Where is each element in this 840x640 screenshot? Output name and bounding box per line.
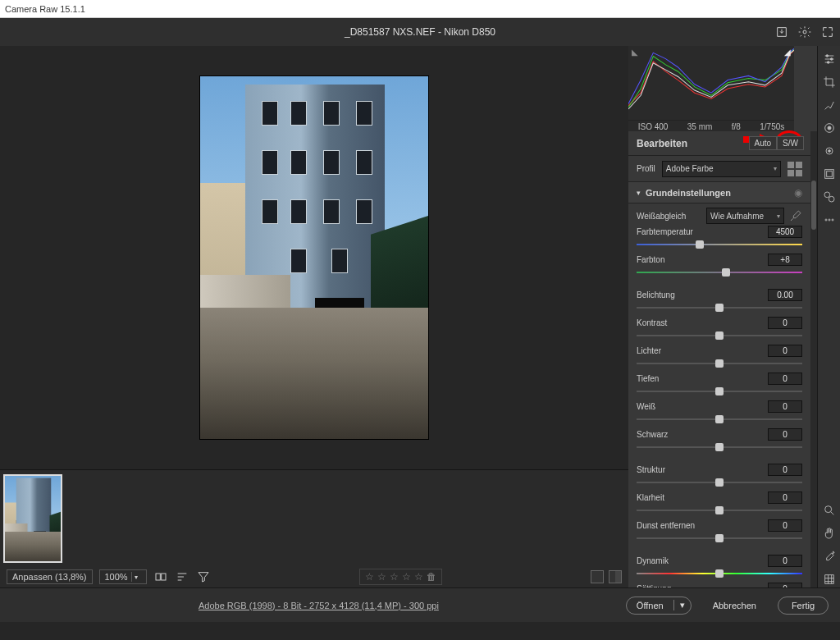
trash-icon: 🗑 (427, 571, 436, 583)
wb-label: Weißabgleich (637, 212, 706, 221)
filmstrip-thumb[interactable] (3, 474, 62, 563)
snapshots-icon[interactable] (821, 166, 838, 182)
preferences-gear-icon[interactable] (797, 25, 812, 39)
star-icon: ☆ (377, 571, 386, 583)
bw-button[interactable]: S/W (777, 136, 804, 150)
image-canvas[interactable] (0, 46, 628, 469)
rating-stars[interactable]: ☆☆☆☆☆ 🗑 (359, 569, 442, 585)
meta-focal: 35 mm (687, 122, 713, 131)
svg-point-4 (830, 58, 833, 61)
workflow-options-link[interactable]: Adobe RGB (1998) - 8 Bit - 2752 x 4128 (… (11, 601, 626, 610)
zoom-100-button[interactable]: 100%▾ (99, 569, 147, 584)
dehaze-value[interactable]: 0 (768, 519, 802, 532)
panel-scrollbar[interactable] (810, 131, 817, 587)
auto-button[interactable]: Auto (749, 136, 778, 150)
clip-shadow-icon[interactable]: ◣ (632, 48, 638, 57)
edit-panel-header: Bearbeiten Auto S/W (628, 131, 810, 156)
view-split-icon[interactable] (609, 570, 622, 583)
preview-image (199, 75, 429, 440)
color-sampler-icon[interactable] (821, 548, 838, 565)
fullscreen-icon[interactable] (820, 25, 835, 39)
svg-point-0 (803, 30, 806, 34)
more-icon[interactable] (821, 212, 838, 228)
svg-point-3 (826, 55, 829, 57)
basic-section-header[interactable]: ▾ Grundeinstellungen ◉ (628, 182, 810, 203)
highlights-value[interactable]: 0 (768, 345, 802, 357)
zoom-tool-icon[interactable] (821, 502, 838, 519)
contrast-slider[interactable] (637, 331, 802, 341)
eyedropper-icon[interactable] (789, 209, 802, 222)
dehaze-slider[interactable] (637, 533, 802, 543)
contrast-value[interactable]: 0 (768, 317, 802, 329)
clarity-slider[interactable] (637, 505, 802, 515)
clarity-label: Klarheit (637, 493, 768, 502)
svg-point-7 (828, 126, 831, 130)
redeye-icon[interactable] (821, 143, 838, 159)
tint-label: Farbton (637, 255, 768, 264)
healing-brush-icon[interactable] (821, 97, 838, 113)
highlights-slider[interactable] (637, 359, 802, 368)
clarity-value[interactable]: 0 (768, 491, 802, 504)
app-title: Camera Raw 15.1.1 (5, 4, 85, 14)
svg-point-17 (824, 506, 831, 513)
shadows-value[interactable]: 0 (768, 373, 802, 385)
temp-value[interactable]: 4500 (768, 226, 802, 238)
presets-icon[interactable] (821, 189, 838, 205)
texture-value[interactable]: 0 (768, 464, 802, 476)
exposure-value[interactable]: 0.00 (768, 289, 802, 301)
hand-tool-icon[interactable] (821, 525, 838, 542)
tint-slider[interactable] (637, 267, 802, 277)
filmstrip-toolbar: Anpassen (13,8%) 100%▾ ☆☆☆☆☆ 🗑 (0, 566, 628, 587)
whites-label: Weiß (637, 402, 768, 411)
mask-icon[interactable] (821, 120, 838, 136)
edit-sliders-icon[interactable] (821, 51, 838, 67)
sort-icon[interactable] (175, 569, 189, 584)
exposure-slider[interactable] (637, 303, 802, 313)
tool-rail (817, 46, 840, 587)
temp-label: Farbtemperatur (637, 227, 768, 236)
profile-label: Profil (637, 164, 655, 173)
svg-point-14 (825, 219, 827, 221)
temp-slider[interactable] (637, 240, 802, 249)
edit-panel: ◣ ◢ ISO 400 35 mm f/8 1/750s (628, 46, 817, 587)
filter-funnel-icon[interactable] (196, 569, 211, 584)
fit-zoom-button[interactable]: Anpassen (13,8%) (7, 569, 93, 584)
profile-select[interactable]: Adobe Farbe (662, 161, 781, 177)
exposure-label: Belichtung (637, 290, 768, 299)
view-single-icon[interactable] (591, 570, 604, 583)
wb-select[interactable]: Wie Aufnahme (706, 208, 784, 224)
shadows-slider[interactable] (637, 386, 802, 396)
blacks-slider[interactable] (637, 442, 802, 452)
profile-browser-icon[interactable] (788, 162, 802, 176)
svg-rect-11 (826, 171, 832, 177)
clip-highlight-icon[interactable]: ◢ (784, 48, 791, 57)
dehaze-label: Dunst entfernen (637, 521, 768, 530)
blacks-label: Schwarz (637, 430, 768, 439)
save-image-icon[interactable] (774, 25, 789, 39)
vibrance-value[interactable]: 0 (768, 555, 802, 567)
crop-icon[interactable] (821, 74, 838, 90)
svg-point-16 (832, 219, 833, 221)
whites-value[interactable]: 0 (768, 400, 802, 413)
vibrance-slider[interactable] (637, 569, 802, 578)
blacks-value[interactable]: 0 (768, 428, 802, 441)
saturation-label: Sättigung (637, 584, 768, 588)
texture-slider[interactable] (637, 478, 802, 487)
whites-slider[interactable] (637, 414, 802, 424)
done-button[interactable]: Fertig (778, 597, 829, 615)
histogram[interactable]: ◣ ◢ ISO 400 35 mm f/8 1/750s (628, 46, 794, 131)
highlights-label: Lichter (637, 346, 768, 355)
compare-icon[interactable] (153, 569, 168, 584)
basic-section-label: Grundeinstellungen (646, 188, 731, 198)
saturation-value[interactable]: 0 (768, 583, 802, 588)
tint-value[interactable]: +8 (768, 254, 802, 266)
visibility-eye-icon[interactable]: ◉ (794, 187, 802, 199)
star-icon: ☆ (414, 571, 423, 583)
open-button[interactable]: Öffnen▾ (626, 597, 692, 615)
texture-label: Struktur (637, 465, 768, 474)
grid-toggle-icon[interactable] (821, 571, 838, 587)
shadows-label: Tiefen (637, 374, 768, 383)
star-icon: ☆ (390, 571, 399, 583)
cancel-button[interactable]: Abbrechen (700, 597, 769, 615)
star-icon: ☆ (365, 571, 374, 583)
